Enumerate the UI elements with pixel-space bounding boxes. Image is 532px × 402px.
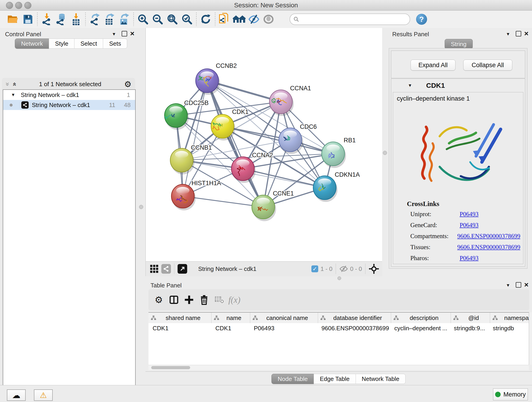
window-title: Session: New Session — [0, 2, 532, 9]
apply-function-icon[interactable]: f(x) — [227, 293, 242, 307]
table-vertical-scrollbar[interactable] — [529, 312, 532, 365]
grid-view-icon[interactable] — [149, 264, 159, 274]
column-header-shared-name[interactable]: shared name — [148, 313, 211, 323]
show-all-icon[interactable] — [261, 12, 276, 26]
expand-all-button[interactable]: Expand All — [411, 60, 456, 70]
table-body-background — [148, 333, 529, 365]
export-network-icon[interactable] — [88, 12, 102, 26]
zoom-in-icon[interactable] — [136, 12, 150, 26]
right-splitter-handle[interactable] — [383, 151, 387, 155]
node-RB1[interactable]: RB1 — [322, 137, 356, 168]
import-table-from-file-icon[interactable] — [69, 12, 83, 26]
node-HIST1H1A[interactable]: HIST1H1A — [171, 180, 221, 211]
expand-all-icon[interactable]: » — [10, 82, 18, 86]
export-image-icon[interactable] — [117, 12, 132, 26]
table-panel-close-icon[interactable]: × — [524, 281, 529, 289]
import-network-from-file-icon[interactable] — [39, 12, 54, 26]
network-canvas[interactable]: CCNB2CCNA1CDC25BCDK1CDC6RB1CCNB1CCNA2CDK… — [146, 28, 383, 261]
node-label-CDC6: CDC6 — [300, 123, 317, 130]
network-selected-status: 1 of 1 Network selected — [16, 81, 124, 88]
cloud-status-button[interactable]: ☁ — [7, 389, 26, 401]
horizontal-splitter[interactable] — [146, 276, 532, 280]
search-input[interactable] — [299, 16, 396, 23]
column-header-name[interactable]: name — [211, 313, 250, 323]
crosslink-link[interactable]: 9606.ENSP00000378699 — [457, 233, 520, 240]
tab-sets[interactable]: Sets — [103, 38, 127, 49]
zoom-selected-icon[interactable] — [180, 12, 194, 26]
column-header-description[interactable]: description — [391, 313, 451, 323]
refresh-view-icon[interactable] — [198, 12, 213, 26]
table-settings-icon[interactable]: ⚙ — [151, 293, 166, 307]
network-graph[interactable]: CCNB2CCNA1CDC25BCDK1CDC6RB1CCNB1CCNA2CDK… — [146, 28, 382, 261]
results-panel-close-icon[interactable]: × — [524, 29, 529, 38]
left-splitter-handle[interactable] — [139, 205, 143, 209]
open-in-window-icon[interactable] — [177, 264, 187, 274]
save-session-icon[interactable] — [21, 12, 35, 26]
column-header-canonical-name[interactable]: canonical name — [250, 313, 318, 323]
tree-row-collection[interactable]: ▼String Network – cdk11 — [3, 90, 135, 100]
zoom-out-icon[interactable] — [150, 12, 165, 26]
network-share-icon[interactable] — [161, 264, 171, 274]
control-panel-menu-icon[interactable]: ▼ — [112, 32, 116, 37]
control-panel-close-icon[interactable]: × — [130, 29, 134, 38]
tab-select[interactable]: Select — [74, 38, 103, 49]
export-table-icon[interactable] — [102, 12, 117, 26]
collapse-all-button[interactable]: Collapse All — [463, 60, 512, 70]
scrollbar-thumb[interactable] — [151, 366, 190, 369]
import-network-from-database-icon[interactable] — [54, 12, 69, 26]
results-panel-float-icon[interactable] — [516, 31, 521, 36]
crosslink-link[interactable]: P06493 — [460, 222, 479, 229]
horizontal-splitter-handle[interactable] — [337, 276, 341, 280]
memory-button[interactable]: Memory — [493, 389, 528, 400]
status-bar: ☁ ⚠ Memory — [0, 385, 532, 402]
crosslink-link[interactable]: P06493 — [460, 255, 479, 262]
tab-network[interactable]: Network — [15, 38, 49, 49]
table-row[interactable]: CDK1CDK1P064939606.ENSP00000378699cyclin… — [148, 323, 529, 333]
warning-status-button[interactable]: ⚠ — [34, 389, 53, 401]
help-icon[interactable]: ? — [416, 14, 427, 25]
table-panel-menu-icon[interactable]: ▼ — [506, 283, 510, 288]
node-CCNB2[interactable]: CCNB2 — [196, 62, 237, 95]
table-horizontal-scrollbar[interactable] — [148, 365, 529, 370]
tree-expander-icon[interactable]: ▼ — [11, 92, 15, 97]
pan-crosshair-icon[interactable] — [369, 264, 379, 274]
network-view-toolbar: String Network – cdk1 ✓ 1 - 0 0 - 0 — [146, 261, 383, 276]
split-columns-icon[interactable] — [166, 293, 181, 307]
node-CDC6[interactable]: CDC6 — [279, 123, 317, 154]
table-panel-float-icon[interactable] — [516, 282, 521, 288]
tab-style[interactable]: Style — [49, 38, 75, 49]
delete-table-icon[interactable] — [212, 293, 227, 307]
delete-column-icon[interactable] — [196, 293, 212, 307]
hide-selected-icon[interactable] — [247, 12, 261, 26]
node-CCNA1[interactable]: CCNA1 — [269, 85, 311, 116]
left-splitter[interactable] — [137, 28, 146, 385]
import-string-network-icon[interactable] — [217, 12, 232, 26]
tab-edge-table[interactable]: Edge Table — [314, 374, 356, 384]
zoom-fit-content-icon[interactable] — [165, 12, 180, 26]
column-header-namespace[interactable]: namespace — [490, 313, 532, 323]
gear-icon[interactable]: ⚙ — [124, 80, 132, 89]
node-CDC25B[interactable]: CDC25B — [165, 99, 209, 130]
tab-network-table[interactable]: Network Table — [355, 374, 405, 384]
column-header--id[interactable]: @id — [451, 313, 490, 323]
tab-node-table[interactable]: Node Table — [272, 374, 314, 384]
table-cell: stringdb:9... — [450, 323, 489, 333]
tree-row-network[interactable]: String Network – cdk11148 — [3, 100, 135, 110]
search-box — [290, 13, 410, 25]
toolbar-separator — [174, 264, 174, 274]
cdk1-collapse-icon[interactable]: ▼ — [408, 83, 412, 88]
control-panel-float-icon[interactable] — [122, 31, 127, 36]
selected-checkbox[interactable]: ✓ — [311, 265, 318, 272]
hidden-eye-icon[interactable] — [339, 265, 348, 273]
right-splitter[interactable] — [382, 28, 387, 276]
node-CDKN1A[interactable]: CDKN1A — [313, 171, 360, 202]
column-header-database-identifier[interactable]: database identifier — [318, 313, 391, 323]
crosslink-link[interactable]: P06493 — [460, 211, 479, 218]
results-panel-menu-icon[interactable]: ▼ — [506, 32, 510, 37]
crosslink-link[interactable]: 9606.ENSP00000378699 — [457, 244, 520, 251]
window-titlebar: Session: New Session — [0, 0, 532, 11]
first-neighbors-icon[interactable] — [232, 12, 247, 26]
tab-string[interactable]: String — [445, 39, 473, 49]
add-column-icon[interactable] — [181, 293, 196, 307]
open-session-icon[interactable] — [6, 12, 21, 26]
